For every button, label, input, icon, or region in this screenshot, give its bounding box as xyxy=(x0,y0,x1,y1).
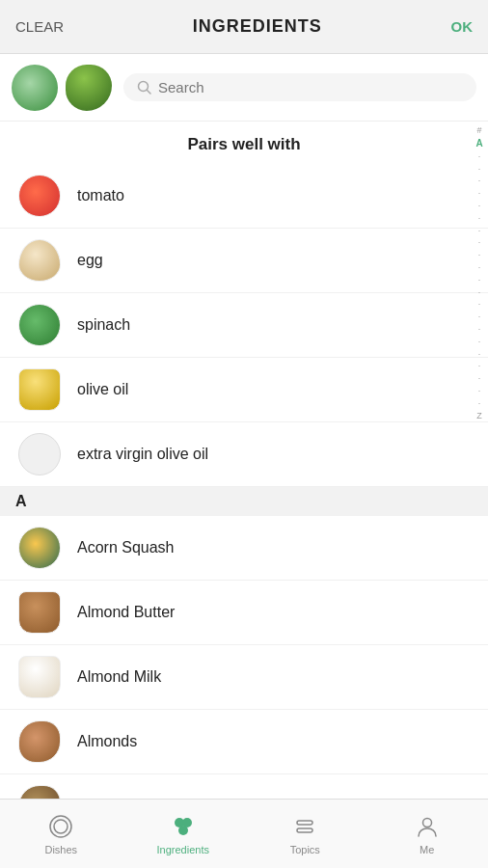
search-input[interactable] xyxy=(158,79,463,95)
selected-herb-chip[interactable] xyxy=(12,65,58,111)
nav-label-topics: Topics xyxy=(290,844,320,855)
ingredient-image xyxy=(18,304,61,346)
ingredient-label: Almonds xyxy=(77,733,137,750)
index-dot[interactable]: · xyxy=(478,151,481,162)
index-dot[interactable]: · xyxy=(478,226,481,236)
nav-label-me: Me xyxy=(420,844,434,855)
index-dot[interactable]: · xyxy=(478,164,481,175)
ingredient-image xyxy=(18,433,61,475)
index-dot[interactable]: · xyxy=(478,373,481,384)
svg-rect-7 xyxy=(297,821,312,825)
index-dot[interactable]: · xyxy=(478,299,481,310)
topics-icon xyxy=(291,813,318,840)
page-title: INGREDIENTS xyxy=(193,16,322,37)
index-bar[interactable]: # A · · · · · · · · · · · · · · · · · · … xyxy=(471,122,488,799)
pairs-well-with-title: Pairs well with xyxy=(0,122,488,164)
section-header-a: A xyxy=(0,487,488,516)
ingredient-label: spinach xyxy=(77,316,130,334)
index-dot[interactable]: · xyxy=(478,262,481,273)
index-a[interactable]: A xyxy=(475,138,482,149)
search-icon xyxy=(137,80,152,95)
nav-label-dishes: Dishes xyxy=(44,844,77,855)
ingredient-image xyxy=(18,527,61,569)
nav-item-me[interactable]: Me xyxy=(366,800,489,868)
ingredient-image-wrap xyxy=(15,524,64,572)
search-bar[interactable] xyxy=(123,73,476,101)
index-dot[interactable]: · xyxy=(478,324,481,335)
ingredient-label: Almond Butter xyxy=(77,604,175,621)
ingredient-label: tomato xyxy=(77,187,124,204)
list-item[interactable]: Almonds xyxy=(0,710,488,774)
ingredient-image xyxy=(18,368,61,411)
ingredient-image-wrap xyxy=(15,588,64,637)
list-item[interactable]: Almond Milk xyxy=(0,645,488,710)
ingredient-label: egg xyxy=(77,252,103,269)
ingredient-image-wrap xyxy=(15,718,64,766)
ingredient-image-wrap xyxy=(15,172,64,220)
ingredients-icon xyxy=(170,813,197,840)
index-dot[interactable]: · xyxy=(478,188,481,199)
ingredient-image-wrap xyxy=(15,366,64,414)
header: CLEAR INGREDIENTS OK xyxy=(0,0,488,54)
index-hash[interactable]: # xyxy=(476,125,481,136)
list-item[interactable]: tomato xyxy=(0,164,488,229)
nav-item-topics[interactable]: Topics xyxy=(244,800,366,868)
svg-line-1 xyxy=(148,90,151,94)
selected-bar xyxy=(0,54,488,122)
index-dot[interactable]: · xyxy=(478,398,481,409)
ingredient-label: extra virgin olive oil xyxy=(77,446,208,463)
list-item[interactable]: egg xyxy=(0,229,488,293)
dishes-icon xyxy=(47,813,74,840)
svg-point-3 xyxy=(54,820,68,833)
svg-rect-8 xyxy=(297,828,312,832)
list-item[interactable]: spinach xyxy=(0,293,488,358)
ingredient-image xyxy=(18,239,61,282)
ingredient-label: Acorn Squash xyxy=(77,539,175,556)
list-item[interactable]: olive oil xyxy=(0,358,488,422)
list-item[interactable]: Almond Butter xyxy=(0,581,488,645)
index-dot[interactable]: · xyxy=(478,201,481,211)
ingredient-image xyxy=(18,175,61,217)
selected-avocado-chip[interactable] xyxy=(66,65,112,111)
ingredient-image xyxy=(18,591,61,634)
me-icon xyxy=(414,813,441,840)
nav-item-dishes[interactable]: Dishes xyxy=(0,800,122,868)
index-dot[interactable]: · xyxy=(478,250,481,260)
svg-point-9 xyxy=(422,818,431,827)
index-z[interactable]: Z xyxy=(476,411,482,421)
ingredient-image xyxy=(18,656,61,698)
index-dot[interactable]: · xyxy=(478,312,481,322)
ingredient-label: Almond Milk xyxy=(77,668,161,686)
ingredient-label: olive oil xyxy=(77,381,128,398)
list-item[interactable]: Acorn Squash xyxy=(0,516,488,581)
index-dot[interactable]: · xyxy=(478,361,481,371)
clear-button[interactable]: CLEAR xyxy=(15,18,64,35)
list-item[interactable]: extra virgin olive oil xyxy=(0,422,488,487)
nav-label-ingredients: Ingredients xyxy=(157,844,209,855)
ingredient-image-wrap xyxy=(15,301,64,349)
nav-item-ingredients[interactable]: Ingredients xyxy=(122,800,245,868)
index-dot[interactable]: · xyxy=(478,349,481,360)
ingredient-image-wrap xyxy=(15,430,64,478)
index-dot[interactable]: · xyxy=(478,386,481,396)
index-dot[interactable]: · xyxy=(478,213,481,224)
index-dot[interactable]: · xyxy=(478,275,481,285)
ingredient-image-wrap xyxy=(15,653,64,701)
index-dot[interactable]: · xyxy=(478,287,481,298)
index-dot[interactable]: · xyxy=(478,237,481,248)
bottom-nav: Dishes Ingredients Topics xyxy=(0,799,488,868)
ingredient-list: tomato egg spinach olive oil extra virgi… xyxy=(0,164,488,839)
index-dot[interactable]: · xyxy=(478,176,481,186)
ok-button[interactable]: OK xyxy=(450,18,473,35)
index-dot[interactable]: · xyxy=(478,337,481,347)
ingredient-image-wrap xyxy=(15,236,64,285)
svg-point-6 xyxy=(178,826,188,835)
ingredient-image xyxy=(18,720,61,763)
